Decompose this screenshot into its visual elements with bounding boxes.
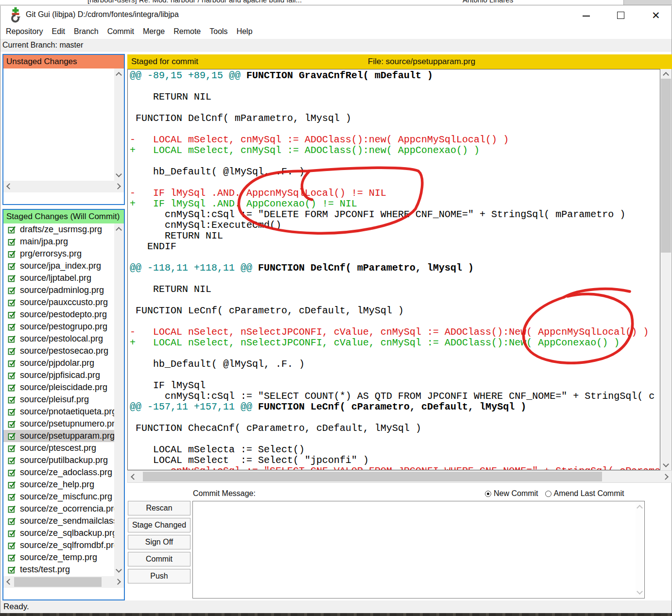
staged-file-row[interactable]: source/psetupparam.prg <box>3 430 114 442</box>
checked-checkbox-icon[interactable] <box>8 371 16 379</box>
checked-checkbox-icon[interactable] <box>8 238 16 246</box>
unstaged-vertical-scrollbar[interactable] <box>114 68 124 181</box>
scroll-down-icon[interactable] <box>116 566 122 573</box>
close-button[interactable]: ✕ <box>645 6 667 24</box>
checked-checkbox-icon[interactable] <box>8 262 16 270</box>
menu-branch[interactable]: Branch <box>69 26 103 37</box>
checked-checkbox-icon[interactable] <box>8 468 16 477</box>
checked-checkbox-icon[interactable] <box>8 383 16 392</box>
checked-checkbox-icon[interactable] <box>8 323 16 331</box>
staged-file-row[interactable]: source/pestodepto.prg <box>3 308 114 321</box>
scroll-right-icon[interactable] <box>115 183 121 189</box>
checked-checkbox-icon[interactable] <box>8 565 16 574</box>
radio-unselected-icon[interactable] <box>545 491 551 497</box>
staged-file-row[interactable]: source/putilbackup.prg <box>3 454 114 466</box>
scroll-right-icon[interactable] <box>662 474 669 480</box>
title-bar[interactable]: Git Gui (libjpa) D:/cdrom/fontes/integra… <box>0 6 672 24</box>
checked-checkbox-icon[interactable] <box>8 493 16 501</box>
staged-file-row[interactable]: source/ze_sendmailclass.prg <box>3 515 114 527</box>
menu-commit[interactable]: Commit <box>103 26 138 37</box>
checked-checkbox-icon[interactable] <box>8 456 16 464</box>
staged-file-row[interactable]: source/padminlog.prg <box>3 284 114 296</box>
checked-checkbox-icon[interactable] <box>8 395 16 404</box>
menu-tools[interactable]: Tools <box>205 26 232 37</box>
rescan-button[interactable]: Rescan <box>128 501 190 515</box>
scroll-left-icon[interactable] <box>6 183 13 189</box>
scroll-right-icon[interactable] <box>115 579 121 585</box>
staged-horizontal-scrollbar[interactable] <box>3 576 124 588</box>
checked-checkbox-icon[interactable] <box>8 347 16 355</box>
staged-file-row[interactable]: main/jpa.prg <box>3 236 114 248</box>
menu-edit[interactable]: Edit <box>47 26 69 37</box>
commit-button[interactable]: Commit <box>128 552 190 566</box>
checked-checkbox-icon[interactable] <box>8 274 16 282</box>
staged-file-row[interactable]: source/ze_temp.prg <box>3 551 114 564</box>
diff-view[interactable]: @@ -89,15 +89,15 @@ FUNCTION GravaCnfRel… <box>127 69 660 470</box>
diff-vertical-scrollbar[interactable] <box>661 69 671 470</box>
staged-file-row[interactable]: source/pestosecao.prg <box>3 345 114 357</box>
staged-vertical-scrollbar[interactable] <box>114 223 124 576</box>
staged-file-row[interactable]: source/pestogrupo.prg <box>3 321 114 333</box>
staged-file-row[interactable]: drafts/ze_usrmsg.prg <box>3 223 114 236</box>
amend-last-commit-radio[interactable]: Amend Last Commit <box>545 489 624 498</box>
staged-file-row[interactable]: source/ze_sqlfromdbf.prg <box>3 539 114 551</box>
diff-hscrollbar-thumb[interactable] <box>143 472 602 481</box>
staged-file-row[interactable]: tests/test.prg <box>3 564 114 576</box>
staged-file-row[interactable]: source/ljptabel.prg <box>3 272 114 284</box>
maximize-button[interactable] <box>610 6 632 24</box>
staged-file-row[interactable]: source/pjpfisicad.prg <box>3 369 114 381</box>
staged-file-row[interactable]: source/ze_help.prg <box>3 479 114 491</box>
menu-remote[interactable]: Remote <box>169 26 205 37</box>
menu-merge[interactable]: Merge <box>138 26 169 37</box>
scroll-left-icon[interactable] <box>131 474 137 480</box>
checked-checkbox-icon[interactable] <box>8 359 16 367</box>
checked-checkbox-icon[interactable] <box>8 517 16 525</box>
staged-file-row[interactable]: source/ptescest.prg <box>3 442 114 454</box>
checked-checkbox-icon[interactable] <box>8 432 16 440</box>
sign-off-button[interactable]: Sign Off <box>128 535 190 549</box>
new-commit-radio[interactable]: New Commit <box>485 489 538 498</box>
scroll-up-icon[interactable] <box>116 72 122 78</box>
scroll-up-icon[interactable] <box>116 227 122 233</box>
staged-file-row[interactable]: source/psetupnumero.prg <box>3 418 114 430</box>
push-button[interactable]: Push <box>128 569 190 583</box>
staged-file-row[interactable]: source/pestolocal.prg <box>3 333 114 345</box>
checked-checkbox-icon[interactable] <box>8 529 16 537</box>
scroll-up-icon[interactable] <box>637 505 643 511</box>
checked-checkbox-icon[interactable] <box>8 298 16 307</box>
checked-checkbox-icon[interactable] <box>8 480 16 489</box>
scroll-down-icon[interactable] <box>116 171 122 177</box>
staged-file-row[interactable]: prg/errorsys.prg <box>3 248 114 260</box>
checked-checkbox-icon[interactable] <box>8 444 16 452</box>
checked-checkbox-icon[interactable] <box>8 286 16 294</box>
commit-message-textarea[interactable] <box>192 501 645 599</box>
stage-changed-button[interactable]: Stage Changed <box>128 518 190 532</box>
checked-checkbox-icon[interactable] <box>8 408 16 416</box>
radio-selected-icon[interactable] <box>485 491 491 497</box>
staged-file-row[interactable]: source/ze_adoclass.prg <box>3 466 114 479</box>
staged-file-row[interactable]: source/pleisuf.prg <box>3 394 114 406</box>
unstaged-horizontal-scrollbar[interactable] <box>3 181 124 192</box>
staged-file-row[interactable]: source/pleiscidade.prg <box>3 381 114 394</box>
scroll-left-icon[interactable] <box>6 579 13 585</box>
scroll-up-icon[interactable] <box>663 72 669 78</box>
menu-help[interactable]: Help <box>232 26 257 37</box>
commit-message-scrollbar[interactable] <box>636 502 644 598</box>
staged-file-row[interactable]: source/ze_sqlbackup.prg <box>3 527 114 539</box>
staged-file-row[interactable]: source/pjpdolar.prg <box>3 357 114 369</box>
checked-checkbox-icon[interactable] <box>8 541 16 549</box>
menu-repository[interactable]: Repository <box>1 26 47 37</box>
checked-checkbox-icon[interactable] <box>8 553 16 562</box>
staged-file-row[interactable]: source/jpa_index.prg <box>3 260 114 272</box>
checked-checkbox-icon[interactable] <box>8 225 16 234</box>
unstaged-file-list[interactable] <box>3 68 124 192</box>
checked-checkbox-icon[interactable] <box>8 505 16 513</box>
staged-file-row[interactable]: source/ze_ocorrencia.prg <box>3 503 114 515</box>
diff-horizontal-scrollbar[interactable] <box>127 470 672 483</box>
staged-file-row[interactable]: source/ze_miscfunc.prg <box>3 491 114 503</box>
checked-checkbox-icon[interactable] <box>8 420 16 428</box>
scroll-down-icon[interactable] <box>663 461 669 467</box>
staged-hscrollbar-thumb[interactable] <box>14 577 102 587</box>
checked-checkbox-icon[interactable] <box>8 335 16 343</box>
minimize-button[interactable] <box>575 6 597 24</box>
